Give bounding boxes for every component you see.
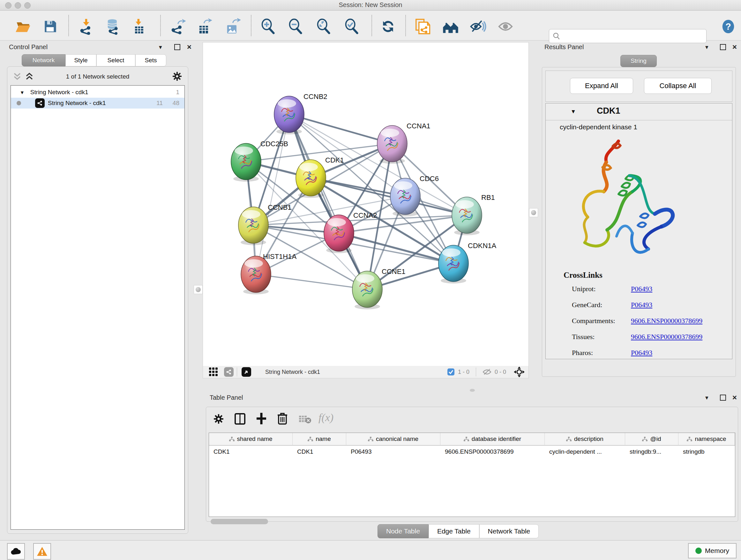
birds-eye-view-icon[interactable] [242, 367, 251, 377]
tab-network-table[interactable]: Network Table [479, 524, 539, 538]
left-splitter-handle[interactable] [194, 285, 203, 294]
tab-node-table[interactable]: Node Table [378, 524, 428, 538]
right-splitter-handle[interactable] [529, 208, 538, 217]
search-input[interactable] [561, 33, 699, 40]
delete-column-trash-icon[interactable] [277, 412, 288, 425]
horizontal-splitter-handle[interactable] [470, 389, 475, 392]
cloud-icon [10, 548, 21, 555]
import-network-database-button[interactable] [104, 17, 122, 36]
hide-selected-button[interactable] [469, 17, 487, 36]
open-session-button[interactable] [14, 17, 32, 36]
node-CCNE1[interactable]: CCNE1 [352, 267, 406, 309]
column-header[interactable]: @id [625, 433, 678, 446]
delete-table-icon [299, 415, 312, 424]
column-header[interactable]: shared name [209, 433, 293, 446]
panel-float-icon[interactable] [720, 395, 726, 402]
table-tabs: Node TableEdge TableNetwork Table [378, 524, 539, 538]
table-cell[interactable]: CDK1 [293, 446, 346, 458]
panel-float-icon[interactable] [174, 44, 180, 52]
network-selection-status: 1 of 1 Network selected [7, 73, 188, 80]
panel-menu-icon[interactable]: ▾ [705, 394, 709, 401]
collapse-entry-icon[interactable]: ▼ [570, 109, 576, 115]
panel-float-icon[interactable] [720, 44, 726, 52]
table-row[interactable]: CDK1CDK1P064939606.ENSP00000378699cyclin… [209, 446, 735, 458]
show-columns-icon[interactable] [234, 413, 246, 425]
title-bar: Session: New Session [0, 0, 741, 10]
warnings-button[interactable] [33, 543, 51, 560]
help-button[interactable]: ? [719, 17, 737, 36]
save-session-button[interactable] [42, 17, 59, 36]
crosslink-label: GeneCard: [572, 301, 631, 309]
table-cell[interactable]: cyclin-dependent ... [545, 446, 625, 458]
node-CDK1[interactable]: CDK1 [296, 156, 344, 198]
table-cell[interactable]: stringdb [678, 446, 735, 458]
show-all-button[interactable] [496, 17, 515, 36]
result-node-description: cyclin-dependent kinase 1 [560, 123, 637, 131]
crosslink-link[interactable]: 9606.ENSP00000378699 [631, 333, 702, 341]
crosslink-link[interactable]: P06493 [631, 349, 652, 357]
column-header[interactable]: name [293, 433, 346, 446]
zoom-fit-button[interactable] [315, 17, 333, 36]
panel-menu-icon[interactable]: ▾ [159, 44, 162, 51]
pan-crosshair-icon[interactable] [514, 367, 525, 377]
column-header[interactable]: namespace [678, 433, 735, 446]
zoom-selected-button[interactable] [343, 17, 360, 36]
table-cell[interactable]: CDK1 [209, 446, 293, 458]
save-icon [43, 18, 58, 35]
selected-checkbox-icon[interactable] [447, 368, 455, 376]
panel-close-icon[interactable]: ✕ [732, 394, 737, 401]
panel-menu-icon[interactable]: ▾ [705, 44, 709, 51]
export-table-button[interactable] [195, 17, 213, 36]
network-overview-icon[interactable] [224, 367, 233, 377]
clone-network-button[interactable] [414, 17, 431, 36]
first-neighbors-button[interactable] [442, 17, 460, 36]
refresh-view-button[interactable] [379, 17, 397, 36]
table-settings-gear-icon[interactable] [213, 414, 224, 424]
network-collection-row[interactable]: ▼ String Network - cdk1 1 [11, 87, 185, 98]
tab-style[interactable]: Style [65, 54, 96, 66]
table-cell[interactable]: 9606.ENSP00000378699 [441, 446, 545, 458]
gear-icon[interactable] [172, 71, 182, 81]
column-header[interactable]: description [545, 433, 625, 446]
grid-view-icon[interactable] [209, 367, 218, 377]
tab-sets[interactable]: Sets [135, 54, 166, 66]
node-RB1[interactable]: RB1 [452, 193, 495, 235]
table-cell[interactable]: P06493 [346, 446, 441, 458]
tab-network[interactable]: Network [22, 54, 65, 66]
column-header[interactable]: canonical name [346, 433, 441, 446]
tree-expand-icon[interactable]: ▼ [20, 90, 24, 95]
table-hscrollbar-thumb[interactable] [211, 519, 268, 524]
network-row-selected[interactable]: String Network - cdk1 11 48 [11, 98, 185, 109]
node-HIST1H1A[interactable]: HIST1H1A [241, 253, 296, 294]
column-header[interactable]: database identifier [441, 433, 545, 446]
node-CCNB2[interactable]: CCNB2 [274, 92, 327, 134]
window-title: Session: New Session [0, 1, 741, 9]
create-column-icon[interactable] [255, 412, 267, 425]
crosslink-link[interactable]: P06493 [631, 301, 652, 309]
network-canvas[interactable]: CCNB2CCNA1CDC25BCDK1CDC6RB1CCNB1CCNA2CDK… [203, 42, 529, 367]
tab-edge-table[interactable]: Edge Table [428, 524, 479, 538]
tab-string[interactable]: String [620, 55, 657, 67]
zoom-out-button[interactable] [286, 17, 305, 36]
tab-select[interactable]: Select [96, 54, 135, 66]
node-CDKN1A[interactable]: CDKN1A [439, 242, 496, 284]
crosslink-link[interactable]: P06493 [631, 285, 652, 293]
export-network-button[interactable] [169, 17, 186, 36]
node-label-CDK1: CDK1 [325, 156, 344, 164]
zoom-in-button[interactable] [259, 17, 277, 36]
edge-CCNB2-HIST1H1A[interactable] [256, 114, 289, 274]
node-CCNA1[interactable]: CCNA1 [377, 122, 430, 164]
collapse-all-button[interactable]: Collapse All [644, 78, 712, 94]
edge-HIST1H1A-CCNE1[interactable] [256, 274, 367, 289]
edge-CCNB2-CCNE1[interactable] [289, 114, 367, 289]
cloud-button[interactable] [7, 543, 25, 560]
expand-all-button[interactable]: Expand All [570, 78, 633, 94]
panel-close-icon[interactable]: ✕ [732, 44, 737, 51]
crosslink-link[interactable]: 9606.ENSP00000378699 [631, 317, 702, 325]
panel-close-icon[interactable]: ✕ [187, 44, 192, 51]
import-network-file-button[interactable] [77, 17, 95, 36]
table-cell[interactable]: stringdb:9... [625, 446, 678, 458]
memory-button[interactable]: Memory [688, 543, 737, 558]
export-image-button[interactable] [223, 17, 241, 36]
import-table-file-button[interactable] [130, 17, 148, 36]
